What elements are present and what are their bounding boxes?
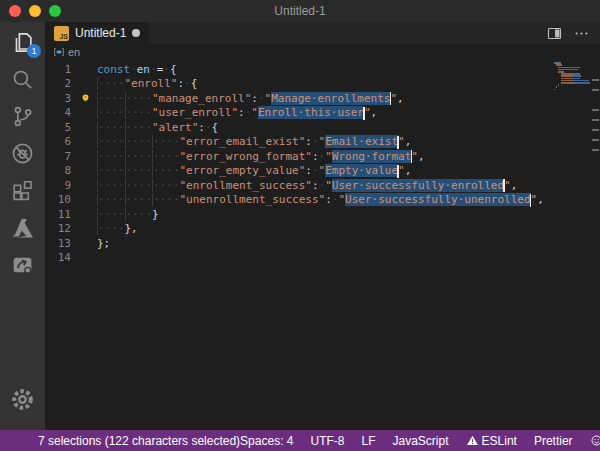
line-number: 6 bbox=[45, 135, 71, 148]
code-line-5[interactable]: 5········"alert":·{ bbox=[45, 120, 600, 135]
status-eslint[interactable]: ESLint bbox=[466, 434, 517, 448]
title-bar: Untitled-1 bbox=[0, 0, 600, 22]
status-bar-right: Spaces: 4UTF-8LFJavaScriptESLintPrettier… bbox=[240, 434, 600, 448]
glyph-margin bbox=[71, 106, 97, 121]
code-line-1[interactable]: 1const·en·=·{ bbox=[45, 62, 600, 77]
minimize-window-button[interactable] bbox=[29, 5, 41, 17]
status-encoding[interactable]: UTF-8 bbox=[310, 434, 344, 448]
activity-item-debug[interactable] bbox=[0, 135, 45, 172]
status-selection-info[interactable]: 7 selections (122 characters selected) bbox=[38, 434, 240, 448]
debug-icon bbox=[10, 141, 35, 166]
code-text: const·en·=·{ bbox=[97, 63, 177, 76]
activity-bar: 1 bbox=[0, 22, 45, 430]
activity-item-extensions[interactable] bbox=[0, 172, 45, 209]
tab-bar: JSUntitled-1 bbox=[45, 22, 600, 44]
glyph-margin bbox=[71, 207, 97, 222]
status-prettier[interactable]: Prettier bbox=[534, 434, 573, 448]
glyph-margin bbox=[71, 164, 97, 179]
status-language[interactable]: JavaScript bbox=[393, 434, 449, 448]
close-window-button[interactable] bbox=[9, 5, 21, 17]
status-feedback[interactable] bbox=[590, 434, 600, 447]
code-line-14[interactable]: 14 bbox=[45, 251, 600, 266]
line-number: 13 bbox=[45, 237, 71, 250]
ruler-selection-mark bbox=[592, 149, 599, 151]
code-line-6[interactable]: 6············"error_email_exist":·"Email… bbox=[45, 135, 600, 150]
glyph-margin bbox=[71, 178, 97, 193]
code-line-11[interactable]: 11········} bbox=[45, 207, 600, 222]
glyph-margin bbox=[71, 120, 97, 135]
code-line-4[interactable]: 4········"user_enroll":·"Enroll·this·use… bbox=[45, 106, 600, 121]
more-actions-button[interactable] bbox=[573, 25, 590, 42]
activity-bar-top: 1 bbox=[0, 24, 45, 283]
status-indentation[interactable]: Spaces: 4 bbox=[240, 434, 293, 448]
code-line-13[interactable]: 13}; bbox=[45, 236, 600, 251]
glyph-margin bbox=[71, 251, 97, 266]
line-number: 1 bbox=[45, 63, 71, 76]
line-number: 12 bbox=[45, 222, 71, 235]
line-number: 2 bbox=[45, 77, 71, 90]
glyph-margin bbox=[71, 91, 97, 106]
code-line-3[interactable]: 3········"manage_enroll":·"Manage·enroll… bbox=[45, 91, 600, 106]
line-number: 7 bbox=[45, 150, 71, 163]
git-branch-icon bbox=[10, 104, 35, 129]
ruler-selection-mark bbox=[592, 79, 599, 81]
tabs-container: JSUntitled-1 bbox=[45, 22, 149, 44]
tab-untitled-1[interactable]: JSUntitled-1 bbox=[45, 22, 149, 44]
editor-actions bbox=[546, 22, 600, 44]
activity-badge: 1 bbox=[27, 44, 41, 58]
code-line-12[interactable]: 12····}, bbox=[45, 222, 600, 237]
code-text: ············"error_email_exist":·"Email·… bbox=[97, 135, 411, 149]
ruler-selection-mark bbox=[592, 129, 599, 131]
code-line-10[interactable]: 10············"unenrollment_success":·"U… bbox=[45, 193, 600, 208]
more-actions-icon bbox=[573, 25, 590, 42]
glyph-margin bbox=[71, 236, 97, 251]
main-area: 1 JSUntitled-1 en 1const·en·=·{2····"enr… bbox=[0, 22, 600, 430]
zoom-window-button[interactable] bbox=[49, 5, 61, 17]
smiley-icon bbox=[590, 434, 600, 447]
split-editor-icon bbox=[546, 25, 563, 42]
window-title: Untitled-1 bbox=[274, 4, 325, 18]
tab-label: Untitled-1 bbox=[75, 26, 126, 40]
js-file-icon: JS bbox=[54, 26, 69, 41]
line-number: 5 bbox=[45, 121, 71, 134]
glyph-margin bbox=[71, 193, 97, 208]
code-line-7[interactable]: 7············"error_wrong_format":·"Wron… bbox=[45, 149, 600, 164]
search-icon bbox=[10, 67, 35, 92]
breadcrumb: en bbox=[45, 44, 600, 59]
code-text: ····}, bbox=[97, 222, 138, 235]
breadcrumb-item-en[interactable]: en bbox=[68, 46, 80, 58]
minimap[interactable] bbox=[554, 62, 590, 93]
code-editor[interactable]: 1const·en·=·{2····"enroll":·{3········"m… bbox=[45, 59, 600, 430]
code-line-8[interactable]: 8············"error_empty_value":·"Empty… bbox=[45, 164, 600, 179]
extensions-icon bbox=[10, 178, 35, 203]
activity-item-explorer[interactable]: 1 bbox=[0, 24, 45, 61]
code-text: ········"manage_enroll":·"Manage·enrollm… bbox=[97, 92, 404, 106]
deploy-icon bbox=[10, 252, 35, 277]
code-line-2[interactable]: 2····"enroll":·{ bbox=[45, 77, 600, 92]
symbol-variable-icon bbox=[53, 46, 65, 58]
activity-item-settings[interactable] bbox=[0, 381, 45, 418]
activity-item-source-control[interactable] bbox=[0, 98, 45, 135]
warning-icon bbox=[466, 434, 479, 447]
line-number: 14 bbox=[45, 251, 71, 264]
glyph-margin bbox=[71, 149, 97, 164]
vscode-window: Untitled-1 1 JSUntitled-1 en 1const·en·=… bbox=[0, 0, 600, 451]
code-text: ············"error_empty_value":·"Empty·… bbox=[97, 164, 411, 178]
modified-indicator-dot[interactable] bbox=[132, 29, 140, 37]
status-encoding-label: UTF-8 bbox=[310, 434, 344, 448]
status-eol[interactable]: LF bbox=[361, 434, 375, 448]
status-eslint-label: ESLint bbox=[482, 434, 517, 448]
activity-bar-bottom bbox=[0, 381, 45, 418]
glyph-margin bbox=[71, 77, 97, 92]
status-eol-label: LF bbox=[361, 434, 375, 448]
activity-item-search[interactable] bbox=[0, 61, 45, 98]
split-editor-button[interactable] bbox=[546, 25, 563, 42]
activity-item-azure[interactable] bbox=[0, 209, 45, 246]
code-line-9[interactable]: 9············"enrollment_success":·"User… bbox=[45, 178, 600, 193]
line-number: 10 bbox=[45, 193, 71, 206]
activity-item-deploy[interactable] bbox=[0, 246, 45, 283]
ruler-selection-mark bbox=[592, 89, 599, 91]
line-number: 9 bbox=[45, 179, 71, 192]
status-prettier-label: Prettier bbox=[534, 434, 573, 448]
line-number: 4 bbox=[45, 106, 71, 119]
